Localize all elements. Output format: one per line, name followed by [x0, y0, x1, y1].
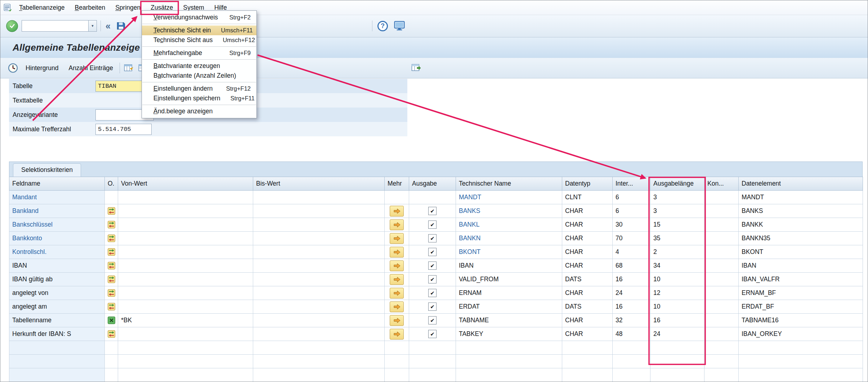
cell: [704, 368, 739, 382]
output-checkbox[interactable]: ✔: [428, 316, 437, 324]
multiple-selection-button[interactable]: [390, 301, 404, 312]
layout-variant-icon[interactable]: [410, 62, 422, 74]
menu-tabellenanzeige[interactable]: Tabellenanzeige: [14, 1, 70, 14]
cell: [409, 355, 456, 368]
column-header-kon[interactable]: Kon...: [704, 177, 739, 191]
table-grid-icon-1[interactable]: [123, 62, 134, 74]
cell: [409, 341, 456, 355]
selection-option-icon[interactable]: [108, 330, 115, 338]
cell: [562, 341, 613, 355]
help-button[interactable]: ?: [377, 21, 388, 31]
field-label[interactable]: Bankland: [12, 207, 39, 214]
table-row: IBAN✔IBANCHAR6834IBAN: [9, 259, 863, 273]
multiple-selection-button[interactable]: [390, 247, 404, 258]
multiple-selection-button[interactable]: [390, 315, 404, 326]
enter-button[interactable]: [6, 20, 18, 32]
multiple-selection-button[interactable]: [390, 260, 404, 271]
cell: [105, 286, 118, 300]
selection-option-icon[interactable]: [108, 262, 115, 269]
menuitem-batchvariante-erzeugen[interactable]: Batchvariante erzeugen: [142, 61, 256, 71]
menuitem-einstellungen-aendern[interactable]: Einstellungen ändernStrg+F12: [142, 84, 256, 94]
save-button[interactable]: [115, 20, 127, 32]
multiple-selection-button[interactable]: [390, 206, 404, 217]
output-checkbox[interactable]: ✔: [428, 234, 437, 242]
cell: ✔: [409, 204, 456, 218]
toolbar-right-group: ?: [372, 15, 406, 37]
field-label[interactable]: Bankkonto: [12, 235, 42, 242]
menuitem-einstellungen-speichern[interactable]: Einstellungen speichernStrg+F11: [142, 94, 256, 103]
column-header-o[interactable]: O.: [105, 177, 118, 191]
column-header-bis-wert[interactable]: Bis-Wert: [253, 177, 385, 191]
selection-option-icon[interactable]: [108, 235, 115, 242]
menuitem-verwendungsnachweis[interactable]: VerwendungsnachweisStrg+F2: [142, 13, 256, 22]
column-header-ausgabe[interactable]: Ausgabe: [409, 177, 456, 191]
background-button[interactable]: Hintergrund: [22, 62, 62, 74]
cell: 16: [613, 300, 650, 314]
cell: CHAR: [562, 218, 613, 232]
new-session-button[interactable]: [393, 20, 406, 32]
selection-table-body: MandantMANDTCLNT63MANDTBankland✔BANKSCHA…: [9, 191, 863, 382]
output-checkbox[interactable]: ✔: [428, 262, 437, 270]
multiple-selection-button[interactable]: [390, 233, 404, 244]
entry-count-button[interactable]: Anzahl Einträge: [65, 62, 117, 74]
menuitem-technische-sicht-aus[interactable]: Technische Sicht ausUmsch+F12: [142, 35, 256, 45]
cell: 70: [613, 232, 650, 245]
multiple-selection-button[interactable]: [390, 274, 404, 285]
cell: [105, 341, 118, 355]
output-checkbox[interactable]: ✔: [428, 289, 437, 297]
selection-option-icon[interactable]: [108, 276, 115, 283]
selection-option-icon[interactable]: [108, 303, 115, 310]
column-header-datentyp[interactable]: Datentyp: [562, 177, 613, 191]
menuitem-technische-sicht-ein[interactable]: Technische Sicht einUmsch+F11: [142, 26, 256, 35]
field-label: angelegt am: [12, 303, 47, 310]
column-header-inter[interactable]: Inter...: [613, 177, 650, 191]
multiple-selection-button[interactable]: [390, 219, 404, 230]
menu-bearbeiten[interactable]: Bearbeiten: [70, 1, 111, 14]
cell: [704, 218, 739, 232]
column-header-feldname[interactable]: Feldname: [9, 177, 105, 191]
output-checkbox[interactable]: ✔: [428, 220, 437, 229]
menuitem-aend-belege-anzeigen[interactable]: Änd.belege anzeigen: [142, 106, 256, 116]
column-header-datenelement[interactable]: Datenelement: [739, 177, 863, 191]
menuitem-shortcut: Umsch+F11: [221, 27, 253, 34]
multiple-selection-button[interactable]: [390, 329, 404, 340]
column-header-mehr[interactable]: Mehr: [385, 177, 409, 191]
collapse-icon[interactable]: «: [104, 22, 112, 31]
cell: 24: [613, 286, 650, 300]
multiple-selection-button[interactable]: [390, 288, 404, 299]
output-checkbox[interactable]: ✔: [428, 330, 437, 338]
execute-background-button[interactable]: [7, 62, 19, 74]
field-label[interactable]: Bankschlüssel: [12, 221, 53, 228]
menuitem-batchvariante-anzahl-zeilen[interactable]: Batchvariante (Anzahl Zeilen): [142, 71, 256, 81]
menu-separator: [142, 46, 256, 47]
selection-criteria-group: Selektionskriterien FeldnameO.Von-WertBi…: [9, 162, 863, 382]
field-label: Herkunft der IBAN: S: [12, 330, 71, 337]
command-input[interactable]: [22, 20, 89, 32]
menuitem-mehrfacheingabe[interactable]: MehrfacheingabeStrg+F9: [142, 48, 256, 58]
technical-name: TABNAME: [459, 317, 489, 324]
output-checkbox[interactable]: ✔: [428, 207, 437, 215]
exclude-pattern-icon[interactable]: [108, 317, 115, 324]
cell: BANKL: [456, 218, 562, 232]
output-checkbox[interactable]: ✔: [428, 248, 437, 256]
cell: [704, 300, 739, 314]
field-label[interactable]: Mandant: [12, 194, 37, 201]
technical-name: TABKEY: [459, 330, 483, 337]
command-dropdown-button[interactable]: ▼: [89, 20, 97, 32]
menu-springen[interactable]: Springen: [110, 1, 146, 14]
output-checkbox[interactable]: ✔: [428, 303, 437, 311]
selection-option-icon[interactable]: [108, 289, 115, 297]
selection-option-icon[interactable]: [108, 221, 115, 228]
toolbar-separator: [120, 63, 120, 73]
max-trefferzahl-input[interactable]: [95, 124, 152, 135]
selection-option-icon[interactable]: [108, 248, 115, 256]
column-header-technischer-name[interactable]: Technischer Name: [456, 177, 562, 191]
selection-option-icon[interactable]: [108, 207, 115, 215]
output-checkbox[interactable]: ✔: [428, 275, 437, 283]
cell: ✔: [409, 314, 456, 327]
cell: [9, 368, 105, 382]
column-header-ausgabelaenge[interactable]: Ausgabelänge: [650, 177, 704, 191]
table-row: angelegt am✔ERDATDATS1610ERDAT_BF: [9, 300, 863, 314]
column-header-von-wert[interactable]: Von-Wert: [118, 177, 253, 191]
field-label[interactable]: Kontrollschl.: [12, 248, 46, 255]
